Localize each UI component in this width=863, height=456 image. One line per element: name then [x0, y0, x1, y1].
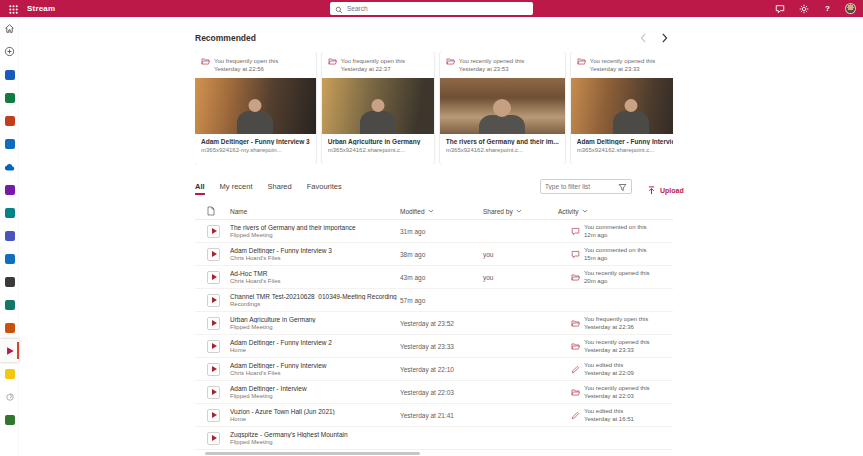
table-row[interactable]: Channel TMR Test-20210628_010349-Meeting…: [195, 289, 673, 312]
table-row[interactable]: Vuzion - Azure Town Hall (Jun 2021) Home…: [195, 404, 673, 427]
filter-box[interactable]: [540, 179, 632, 194]
sidebar-item-onedrive[interactable]: [0, 155, 19, 178]
recommended-carousel: You frequently open thisYesterday at 22:…: [195, 52, 673, 164]
recommended-card[interactable]: You recently opened thisYesterday at 23:…: [440, 52, 565, 164]
table-row[interactable]: Adam Deltinger - Funny Interview Chris H…: [195, 358, 673, 381]
video-thumbnail[interactable]: [322, 78, 434, 134]
upload-button[interactable]: Upload: [647, 181, 684, 199]
video-thumbnail[interactable]: [440, 78, 565, 134]
video-location: Home: [230, 347, 400, 353]
help-button[interactable]: ?: [821, 2, 834, 15]
table-row[interactable]: The rivers of Germany and their importan…: [195, 220, 673, 243]
sidebar-item-power-bi[interactable]: [0, 362, 19, 385]
upload-icon: [647, 181, 656, 199]
recommended-card[interactable]: You frequently open thisYesterday at 22:…: [322, 52, 434, 164]
table-row[interactable]: Urban Agriculture in Germany Flipped Mee…: [195, 312, 673, 335]
column-header-name[interactable]: Name: [225, 208, 400, 215]
sidebar-item-create[interactable]: [0, 40, 19, 63]
card-activity-text: You frequently open thisYesterday at 22:…: [341, 57, 405, 78]
video-location: Chris Hoard's Files: [230, 278, 400, 284]
play-icon[interactable]: [207, 409, 220, 422]
column-header-modified[interactable]: Modified: [400, 208, 483, 215]
carousel-prev-button[interactable]: [639, 33, 648, 43]
horizontal-scrollbar[interactable]: [205, 452, 420, 455]
video-name: Adam Deltinger - Funny Interview 2: [230, 339, 400, 346]
sidebar-item-power-apps[interactable]: [0, 316, 19, 339]
app-title: Stream: [27, 4, 55, 13]
video-location: Chris Hoard's Files: [230, 370, 400, 376]
search-input[interactable]: [347, 5, 517, 12]
shared-by-value: you: [483, 274, 558, 281]
video-thumbnail[interactable]: [195, 78, 316, 134]
tab-all[interactable]: All: [195, 180, 205, 193]
sidebar-item-yammer[interactable]: [0, 247, 19, 270]
app-launcher-button[interactable]: [7, 2, 20, 15]
sort-caret-icon: [582, 209, 588, 213]
video-name: The rivers of Germany and their importan…: [230, 224, 400, 231]
sidebar-item-excel[interactable]: [0, 86, 19, 109]
tab-shared[interactable]: Shared: [268, 180, 292, 193]
column-header-shared-by[interactable]: Shared by: [483, 208, 558, 215]
sidebar-item-onenote[interactable]: [0, 178, 19, 201]
sort-caret-icon: [428, 209, 434, 213]
sidebar-item-powerpoint[interactable]: [0, 109, 19, 132]
play-icon[interactable]: [207, 363, 220, 376]
sidebar-item-home[interactable]: [0, 17, 19, 40]
video-name: Adam Deltinger - Funny Interview 3: [230, 247, 400, 254]
play-icon[interactable]: [207, 432, 220, 445]
visio-icon: [5, 300, 15, 310]
gear-icon: [799, 0, 809, 18]
opened-icon: [571, 273, 580, 282]
table-header: Name Modified Shared by Activity: [195, 203, 673, 220]
modified-value: 43m ago: [400, 274, 483, 281]
table-row[interactable]: Adam Deltinger - Funny Interview 2 Home …: [195, 335, 673, 358]
table-row[interactable]: Ad-Hoc TMR Chris Hoard's Files 43m ago y…: [195, 266, 673, 289]
sidebar-item-sharepoint[interactable]: [0, 201, 19, 224]
play-icon[interactable]: [207, 386, 220, 399]
powerpoint-icon: [5, 116, 15, 126]
recommended-card[interactable]: You frequently open thisYesterday at 22:…: [195, 52, 316, 164]
table-row[interactable]: Adam Deltinger - Interview Flipped Meeti…: [195, 381, 673, 404]
play-icon[interactable]: [207, 248, 220, 261]
planner-icon: [5, 415, 15, 425]
sidebar-item-planner[interactable]: [0, 408, 19, 431]
filter-input[interactable]: [545, 183, 618, 190]
video-name: Adam Deltinger - Funny Interview: [230, 362, 400, 369]
play-icon[interactable]: [207, 317, 220, 330]
recommended-title: Recommended: [195, 33, 256, 43]
pencil-icon: [571, 411, 580, 420]
play-icon[interactable]: [207, 225, 220, 238]
play-icon[interactable]: [207, 294, 220, 307]
frequent-icon: [201, 57, 210, 66]
video-location: Flipped Meeting: [230, 439, 400, 445]
yammer-icon: [5, 254, 15, 264]
video-thumbnail[interactable]: [571, 78, 673, 134]
card-activity-text: You recently opened thisYesterday at 23:…: [459, 57, 525, 78]
modified-value: 57m ago: [400, 297, 483, 304]
play-icon[interactable]: [207, 340, 220, 353]
modified-value: Yesterday at 21:41: [400, 412, 483, 419]
tab-my-recent[interactable]: My recent: [220, 180, 253, 193]
settings-button[interactable]: [797, 2, 810, 15]
shared-by-value: you: [483, 251, 558, 258]
search-box[interactable]: [330, 2, 533, 15]
sidebar-item-stream[interactable]: [0, 339, 19, 362]
table-row[interactable]: Zugspitze - Germany's Highest Mountain F…: [195, 427, 673, 450]
sidebar-item-outlook[interactable]: [0, 132, 19, 155]
play-icon[interactable]: [207, 271, 220, 284]
video-name: Urban Agriculture in Germany: [230, 316, 400, 323]
sidebar-item-visio[interactable]: [0, 293, 19, 316]
activity-text: You commented on this15m ago: [584, 246, 646, 262]
carousel-next-button[interactable]: [660, 33, 669, 43]
sidebar-item-teams[interactable]: [0, 224, 19, 247]
sidebar-item-word[interactable]: [0, 63, 19, 86]
recommended-card[interactable]: You recently opened thisYesterday at 23:…: [571, 52, 673, 164]
sidebar-item-whiteboard[interactable]: [0, 385, 19, 408]
column-header-activity[interactable]: Activity: [558, 208, 673, 215]
feedback-button[interactable]: [773, 2, 786, 15]
user-avatar[interactable]: [845, 3, 856, 14]
tab-favourites[interactable]: Favourites: [307, 180, 342, 193]
home-icon: [4, 20, 15, 38]
sidebar-item-delve[interactable]: [0, 270, 19, 293]
table-row[interactable]: Adam Deltinger - Funny Interview 3 Chris…: [195, 243, 673, 266]
